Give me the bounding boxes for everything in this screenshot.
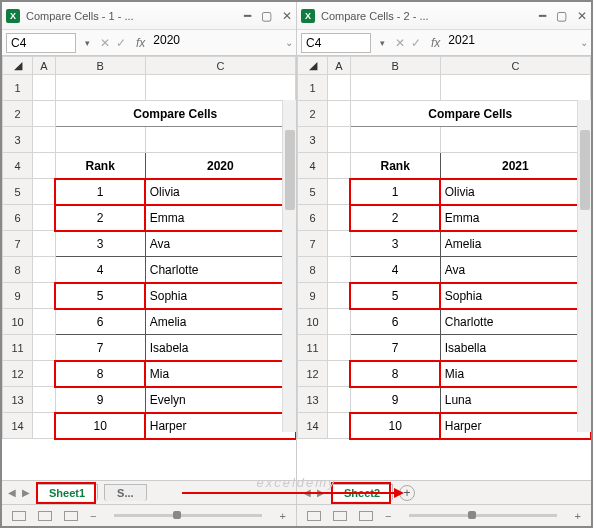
rank-cell[interactable]: 6 xyxy=(55,309,145,335)
row-header[interactable]: 14 xyxy=(298,413,328,439)
name-cell[interactable]: Charlotte xyxy=(440,309,590,335)
normal-view-icon[interactable] xyxy=(307,511,321,521)
name-box-dropdown-icon[interactable]: ▾ xyxy=(375,38,389,48)
tab-nav-prev-icon[interactable]: ◀ xyxy=(303,487,311,498)
rank-cell[interactable]: 2 xyxy=(55,205,145,231)
close-button[interactable]: ✕ xyxy=(577,9,587,23)
row-header[interactable]: 13 xyxy=(298,387,328,413)
cancel-icon[interactable]: ✕ xyxy=(395,36,405,50)
fx-icon[interactable]: fx xyxy=(427,36,444,50)
name-cell[interactable]: Emma xyxy=(145,205,295,231)
row-header[interactable]: 9 xyxy=(3,283,33,309)
name-cell[interactable]: Sophia xyxy=(440,283,590,309)
tab-nav-prev-icon[interactable]: ◀ xyxy=(8,487,16,498)
col-header-C[interactable]: C xyxy=(145,57,295,75)
row-header[interactable]: 11 xyxy=(3,335,33,361)
name-cell[interactable]: Harper xyxy=(440,413,590,439)
formula-expand-icon[interactable]: ⌄ xyxy=(282,37,296,48)
name-cell[interactable]: Charlotte xyxy=(145,257,295,283)
select-all-corner[interactable]: ◢ xyxy=(298,57,328,75)
row-header[interactable]: 12 xyxy=(298,361,328,387)
rank-cell[interactable]: 9 xyxy=(350,387,440,413)
row-header[interactable]: 9 xyxy=(298,283,328,309)
rank-cell[interactable]: 7 xyxy=(55,335,145,361)
tab-nav-next-icon[interactable]: ▶ xyxy=(317,487,325,498)
formula-expand-icon[interactable]: ⌄ xyxy=(577,37,591,48)
row-header[interactable]: 1 xyxy=(298,75,328,101)
row-header[interactable]: 1 xyxy=(3,75,33,101)
sheet-tab-active[interactable]: Sheet2 xyxy=(331,484,393,501)
name-box-dropdown-icon[interactable]: ▾ xyxy=(80,38,94,48)
rank-cell[interactable]: 8 xyxy=(350,361,440,387)
zoom-slider[interactable] xyxy=(114,514,261,517)
vertical-scrollbar[interactable] xyxy=(577,100,591,432)
name-cell[interactable]: Olivia xyxy=(145,179,295,205)
scroll-thumb[interactable] xyxy=(580,130,590,210)
banner-title[interactable]: Compare Cells xyxy=(350,101,590,127)
close-button[interactable]: ✕ xyxy=(282,9,292,23)
rank-cell[interactable]: 4 xyxy=(55,257,145,283)
row-header[interactable]: 2 xyxy=(3,101,33,127)
name-cell[interactable]: Harper xyxy=(145,413,295,439)
add-sheet-button[interactable]: + xyxy=(399,485,415,501)
row-header[interactable]: 6 xyxy=(3,205,33,231)
name-cell[interactable]: Luna xyxy=(440,387,590,413)
page-layout-view-icon[interactable] xyxy=(38,511,52,521)
minimize-button[interactable]: ━ xyxy=(539,9,546,23)
rank-cell[interactable]: 7 xyxy=(350,335,440,361)
rank-cell[interactable]: 1 xyxy=(350,179,440,205)
rank-cell[interactable]: 3 xyxy=(55,231,145,257)
row-header[interactable]: 2 xyxy=(298,101,328,127)
tab-nav-next-icon[interactable]: ▶ xyxy=(22,487,30,498)
row-header[interactable]: 3 xyxy=(298,127,328,153)
rank-cell[interactable]: 2 xyxy=(350,205,440,231)
name-cell[interactable]: Emma xyxy=(440,205,590,231)
name-cell[interactable]: Mia xyxy=(145,361,295,387)
page-break-view-icon[interactable] xyxy=(359,511,373,521)
row-header[interactable]: 6 xyxy=(298,205,328,231)
header-rank[interactable]: Rank xyxy=(350,153,440,179)
rank-cell[interactable]: 1 xyxy=(55,179,145,205)
sheet-tab-active[interactable]: Sheet1 xyxy=(36,484,98,501)
enter-icon[interactable]: ✓ xyxy=(116,36,126,50)
name-cell[interactable]: Isabella xyxy=(440,335,590,361)
row-header[interactable]: 4 xyxy=(298,153,328,179)
row-header[interactable]: 7 xyxy=(298,231,328,257)
maximize-button[interactable]: ▢ xyxy=(261,9,272,23)
col-header-A[interactable]: A xyxy=(328,57,351,75)
rank-cell[interactable]: 3 xyxy=(350,231,440,257)
page-layout-view-icon[interactable] xyxy=(333,511,347,521)
rank-cell[interactable]: 4 xyxy=(350,257,440,283)
zoom-out-icon[interactable]: − xyxy=(90,510,96,522)
name-cell[interactable]: Mia xyxy=(440,361,590,387)
name-cell[interactable]: Sophia xyxy=(145,283,295,309)
rank-cell[interactable]: 9 xyxy=(55,387,145,413)
row-header[interactable]: 11 xyxy=(298,335,328,361)
spreadsheet-grid[interactable]: ◢ A B C 1 2Compare Cells 3 4 Rank 2020 5… xyxy=(2,56,296,439)
sheet-tab-other[interactable]: S... xyxy=(104,484,147,501)
rank-cell[interactable]: 10 xyxy=(350,413,440,439)
spreadsheet-grid[interactable]: ◢ A B C 1 2Compare Cells 3 4 Rank 2021 5… xyxy=(297,56,591,439)
col-header-B[interactable]: B xyxy=(350,57,440,75)
name-cell[interactable]: Amelia xyxy=(145,309,295,335)
col-header-C[interactable]: C xyxy=(440,57,590,75)
minimize-button[interactable]: ━ xyxy=(244,9,251,23)
page-break-view-icon[interactable] xyxy=(64,511,78,521)
rank-cell[interactable]: 5 xyxy=(55,283,145,309)
row-header[interactable]: 8 xyxy=(3,257,33,283)
rank-cell[interactable]: 8 xyxy=(55,361,145,387)
rank-cell[interactable]: 6 xyxy=(350,309,440,335)
row-header[interactable]: 8 xyxy=(298,257,328,283)
row-header[interactable]: 5 xyxy=(3,179,33,205)
name-cell[interactable]: Ava xyxy=(440,257,590,283)
row-header[interactable]: 12 xyxy=(3,361,33,387)
zoom-out-icon[interactable]: − xyxy=(385,510,391,522)
row-header[interactable]: 5 xyxy=(298,179,328,205)
rank-cell[interactable]: 5 xyxy=(350,283,440,309)
cancel-icon[interactable]: ✕ xyxy=(100,36,110,50)
name-cell[interactable]: Ava xyxy=(145,231,295,257)
select-all-corner[interactable]: ◢ xyxy=(3,57,33,75)
name-cell[interactable]: Isabela xyxy=(145,335,295,361)
row-header[interactable]: 10 xyxy=(3,309,33,335)
rank-cell[interactable]: 10 xyxy=(55,413,145,439)
